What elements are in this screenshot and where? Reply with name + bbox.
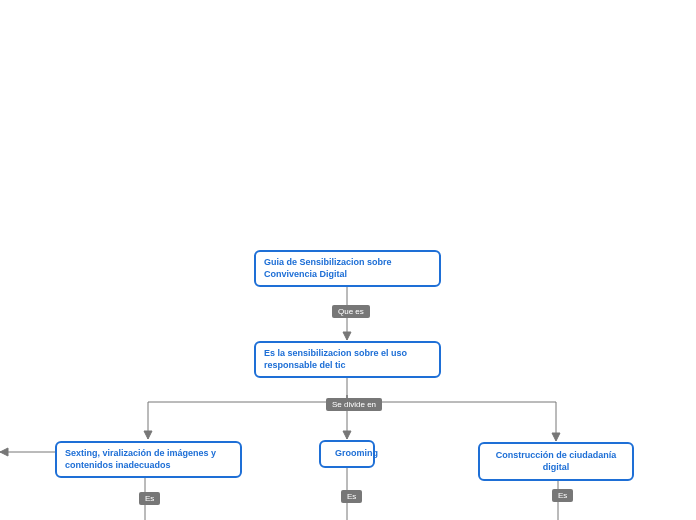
edge-label-se-divide-en: Se divide en [326, 398, 382, 411]
node-grooming[interactable]: Grooming [319, 440, 375, 468]
svg-marker-1 [343, 332, 351, 340]
svg-marker-3 [343, 431, 351, 439]
svg-marker-7 [0, 448, 8, 456]
svg-marker-4 [144, 431, 152, 439]
node-ciudadania[interactable]: Construcción de ciudadanía digital [478, 442, 634, 481]
node-sexting[interactable]: Sexting, viralización de imágenes y cont… [55, 441, 242, 478]
node-root[interactable]: Guia de Sensibilizacion sobre Convivenci… [254, 250, 441, 287]
node-definition[interactable]: Es la sensibilizacion sobre el uso respo… [254, 341, 441, 378]
mindmap-canvas: Guia de Sensibilizacion sobre Convivenci… [0, 0, 696, 520]
edge-label-es-2: Es [341, 490, 362, 503]
svg-marker-5 [552, 433, 560, 441]
edge-label-que-es: Que es [332, 305, 370, 318]
edge-label-es-1: Es [139, 492, 160, 505]
edge-label-es-3: Es [552, 489, 573, 502]
